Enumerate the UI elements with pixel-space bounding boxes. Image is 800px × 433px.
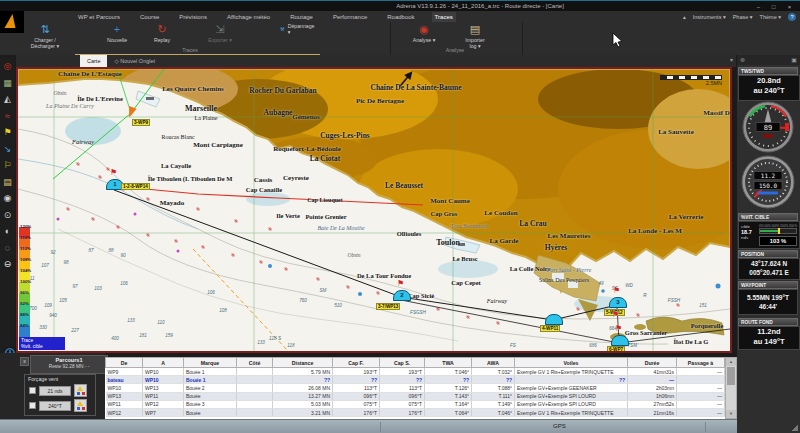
depth-sounding: 106 (120, 281, 128, 286)
ribbon-tab-roadbook[interactable]: Roadbook (384, 12, 417, 22)
waypoints-icon[interactable]: ⚑ (3, 127, 11, 137)
wind-speed-picker-button[interactable] (74, 384, 87, 397)
help-icon[interactable]: ? (788, 13, 796, 21)
depth-sounding: R (643, 293, 646, 298)
nautical-chart[interactable]: Chaîne De L'EstaqueLes Quatre CheminsRoc… (16, 67, 732, 353)
ribbon-tab-affichage-me-te-o[interactable]: Affichage météo (224, 12, 273, 22)
notes-icon[interactable]: ▤ (3, 177, 12, 187)
map-label: Le Brusc (452, 255, 477, 262)
route-icon[interactable]: ↘ (4, 144, 12, 154)
minimize-button[interactable]: – (752, 3, 765, 11)
column-header-voiles[interactable]: Voiles (515, 358, 628, 368)
depth-sounding: 105 (59, 298, 67, 303)
depth-sounding: 108 (219, 308, 227, 313)
table-row[interactable]: WP13WP11Bouée13.27 MN096°T096°TT.143°T.1… (106, 392, 725, 400)
parcours-close-button[interactable]: x (20, 357, 29, 366)
wind-dir-picker-button[interactable] (74, 399, 87, 412)
close-button[interactable]: × (783, 3, 796, 11)
column-header-distance[interactable]: Distance (273, 358, 333, 368)
menu-phase[interactable]: Phase ▾ (733, 14, 753, 20)
collapse-ribbon-icon[interactable]: ▴ (683, 14, 686, 20)
map-label: Gros Sarranier (625, 329, 667, 336)
wind-speed-field[interactable]: 21 nds (39, 386, 71, 396)
maximize-button[interactable]: □ (767, 3, 780, 11)
table-row[interactable]: WP10WP13Bouée 226.08 MN113°T113°TT.126°T… (106, 384, 725, 392)
ribbon-tab-routage[interactable]: Routage (287, 12, 316, 22)
depannage-button[interactable]: ⚒Dépannage ▾ (280, 23, 314, 35)
map-label: Ollioules (397, 230, 422, 237)
sidebar-gear-icon[interactable]: ⊛ (740, 56, 745, 63)
parcours-remaining: Reste 92.28 MN - - (31, 364, 107, 370)
selection-icon[interactable]: ◌ (5, 243, 10, 253)
table-row[interactable]: WP9WP10Bouée 15.79 MN193°T193°TT.046°T.0… (106, 368, 725, 376)
table-row[interactable]: bateauWP10Bouée 1????????????— (106, 376, 725, 384)
waypoint-eta: 46:44' (739, 302, 797, 311)
tws-value: 20.8nd (739, 76, 799, 86)
waypoint-marker[interactable]: 3 (609, 297, 627, 308)
lifebuoy-icon[interactable]: ◎ (4, 61, 12, 71)
waypoint-marker[interactable]: 2 (393, 290, 411, 301)
map-label: Mont Caume (430, 197, 469, 205)
marks-icon[interactable]: ⚐ (3, 160, 11, 170)
depth-sounding: FSGSH (410, 310, 426, 315)
scroll-thumb[interactable] (727, 367, 735, 385)
column-header-twa[interactable]: TWA (425, 358, 472, 368)
left-toolbar: ◎▦◭≈⚑↘⚐▤◉⊙◐◌⊖ (0, 57, 15, 361)
zoom-out-icon[interactable]: ⊖ (4, 259, 12, 269)
wind-dir-checkbox[interactable] (29, 402, 36, 409)
map-label: Salins Des Pesquiers (539, 277, 589, 283)
column-header-co-te[interactable]: Côté (237, 358, 273, 368)
resize-grip[interactable] (792, 425, 798, 431)
wind-speed-checkbox[interactable] (29, 387, 36, 394)
column-header-a[interactable]: A (143, 358, 184, 368)
chart-icon[interactable]: ▦ (3, 78, 12, 88)
menu-instruments[interactable]: Instruments ▾ (693, 14, 726, 20)
column-header-passage-a[interactable]: Passage à (677, 358, 725, 368)
trace-icon[interactable]: ≈ (5, 111, 10, 121)
waypoint-marker[interactable] (611, 335, 629, 346)
tab-nouvel-onglet[interactable]: ◇ Nouvel Onglet (107, 55, 162, 67)
map-label: Île Tiboulen (L Tiboulen De M (148, 175, 233, 182)
column-header-de[interactable]: De (106, 358, 143, 368)
column-header-dure-e[interactable]: Durée (628, 358, 677, 368)
scroll-up-icon[interactable]: ▲ (726, 358, 736, 366)
table-row[interactable]: WP12WP7Bouée3.21 MN176°T176°TT.064°T.046… (106, 408, 725, 416)
exporter-icon: ⇲ (215, 22, 224, 37)
map-label: Ile Verte (276, 212, 300, 219)
waypoint-marker[interactable] (545, 314, 563, 325)
gps-status: GPS (553, 423, 566, 429)
depth-sounding: 181 (139, 333, 147, 338)
map-tab-bar: Carte ◇ Nouvel Onglet ▾ (16, 55, 736, 67)
zoom-marks-icon[interactable]: ⊙ (4, 210, 12, 220)
performance-icon[interactable]: ◭ (4, 94, 11, 104)
ribbon-tab-course[interactable]: Course (137, 12, 162, 22)
column-header-marque[interactable]: Marque (184, 358, 237, 368)
map-options-caret-icon[interactable]: ▾ (730, 56, 733, 63)
ribbon-tab-traces[interactable]: Traces (432, 12, 456, 22)
column-header-cap-s[interactable]: Cap S. (380, 358, 425, 368)
column-header-awa[interactable]: AWA (472, 358, 515, 368)
map-label: Île De L'Erevine (77, 95, 123, 102)
column-header-cap-f[interactable]: Cap F. (333, 358, 380, 368)
wind-dir-field[interactable]: 240°T (39, 401, 71, 411)
map-label: Toulon (436, 238, 460, 247)
table-scrollbar[interactable]: ▲ ▼ (725, 357, 737, 419)
ribbon-tab-pre-visions[interactable]: Prévisions (176, 12, 210, 22)
depth-sounding: SM (320, 288, 327, 293)
waypoint-label: 6-WP7 (607, 346, 625, 353)
tab-carte[interactable]: Carte (80, 55, 107, 67)
map-label: Gémenos (292, 113, 320, 121)
route-table[interactable]: DeAMarqueCôtéDistanceCap F.Cap S.TWAAWAV… (105, 357, 725, 419)
menu-the-me[interactable]: Thème ▾ (760, 14, 781, 20)
scale-bar: 2.5MN (660, 75, 722, 86)
waypoint-flag-icon: ⚑ (612, 311, 619, 319)
ribbon-tab-wp-et-parcours[interactable]: WP et Parcours (75, 12, 123, 22)
zoom-select-icon[interactable]: ◐ (5, 226, 10, 236)
depth-sounding: 686 (589, 343, 597, 348)
charger-decharger-button[interactable]: ⇅Charger /Décharger ▾ (18, 22, 72, 54)
table-row[interactable]: WP11WP12Bouée 35.03 MN075°T075°TT.164°T.… (106, 400, 725, 408)
zoom-waypoint-icon[interactable]: ◉ (4, 193, 12, 203)
scroll-down-icon[interactable]: ▼ (726, 410, 736, 418)
sidebar-pin-icon[interactable]: ▣ (791, 56, 797, 63)
ribbon-tab-performance[interactable]: Performance (330, 12, 370, 22)
